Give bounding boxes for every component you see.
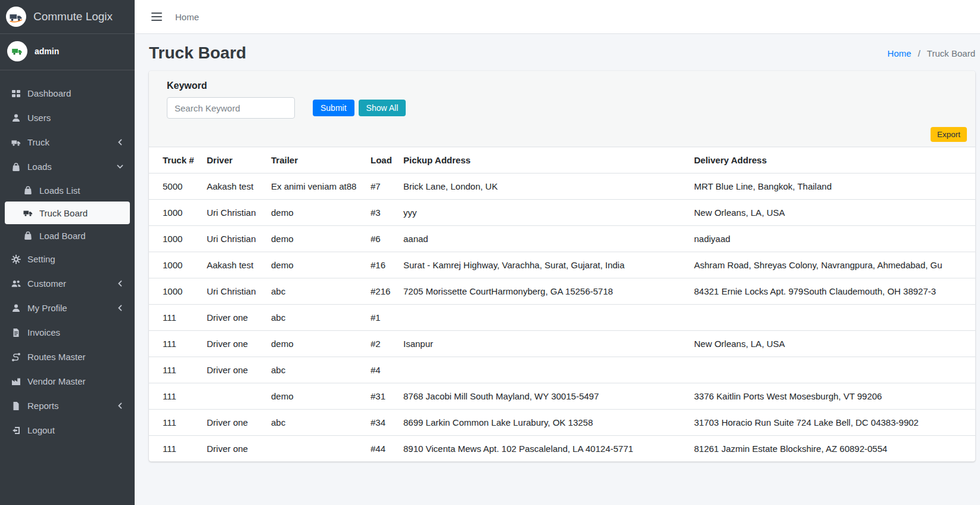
chevron-left-icon [116, 402, 124, 410]
table-header-row: Truck #DriverTrailerLoadPickup AddressDe… [149, 147, 975, 174]
sidebar-menu: DashboardUsersTruckLoadsLoads ListTruck … [0, 70, 135, 442]
submit-button[interactable]: Submit [313, 100, 354, 116]
truck-number-cell: 111 [149, 305, 200, 331]
sidebar-item-label: Setting [27, 254, 124, 264]
load-cell: #4 [363, 357, 396, 383]
truck-number-cell: 111 [149, 410, 200, 436]
trailer-cell: abc [264, 410, 363, 436]
navbar-home-link[interactable]: Home [175, 12, 199, 22]
sidebar-item-loads[interactable]: Loads [5, 154, 130, 179]
delivery-address-cell: nadiyaad [687, 226, 975, 252]
trailer-cell [264, 436, 363, 462]
show-all-button[interactable]: Show All [359, 100, 406, 116]
pickup-address-cell: Surat - Kamrej Highway, Varachha, Surat,… [396, 252, 687, 278]
pickup-address-cell: 8699 Larkin Common Lake Lurabury, OK 132… [396, 410, 687, 436]
table-row: 1000Uri Christianabc#2167205 Morissette … [149, 278, 975, 305]
search-input[interactable] [167, 97, 295, 119]
trailer-cell: Ex animi veniam at88 [264, 174, 363, 200]
sidebar-item-label: Vendor Master [27, 376, 124, 386]
truck-number-cell: 111 [149, 383, 200, 410]
truck-number-cell: 1000 [149, 278, 200, 305]
industry-icon [10, 377, 23, 386]
sidebar-item-truck-board[interactable]: Truck Board [5, 202, 130, 224]
sidebar-item-reports[interactable]: Reports [5, 394, 130, 418]
sidebar-item-truck[interactable]: Truck [5, 130, 130, 154]
sidebar-item-label: Loads List [39, 185, 124, 196]
gear-icon [10, 255, 23, 264]
load-cell: #7 [363, 174, 396, 200]
load-cell: #44 [363, 436, 396, 462]
table-row: 111Driver oneabc#1 [149, 305, 975, 331]
column-header-truck-number: Truck # [149, 147, 200, 174]
breadcrumb: Home / Truck Board [888, 48, 975, 58]
pickup-address-cell: 7205 Morissette CourtHarmonyberg, GA 152… [396, 278, 687, 305]
driver-cell: Uri Christian [200, 226, 264, 252]
column-header-trailer: Trailer [264, 147, 363, 174]
driver-cell: Driver one [200, 410, 264, 436]
sidebar-item-loads-list[interactable]: Loads List [5, 179, 130, 202]
load-cell: #34 [363, 410, 396, 436]
truck-board-card: Keyword Submit Show All Export Truck #Dr… [149, 71, 975, 461]
delivery-address-cell: New Orleans, LA, USA [687, 200, 975, 226]
pickup-address-cell [396, 305, 687, 331]
trailer-cell: abc [264, 305, 363, 331]
table-row: 1000Aakash testdemo#16Surat - Kamrej Hig… [149, 252, 975, 278]
sidebar-item-routes-master[interactable]: Routes Master [5, 345, 130, 369]
load-cell: #1 [363, 305, 396, 331]
sidebar-item-load-board[interactable]: Load Board [5, 224, 130, 247]
sidebar-item-vendor-master[interactable]: Vendor Master [5, 369, 130, 394]
trailer-cell: demo [264, 226, 363, 252]
sidebar-item-invoices[interactable]: Invoices [5, 320, 130, 345]
trailer-cell: demo [264, 200, 363, 226]
sidebar-item-dashboard[interactable]: Dashboard [5, 81, 130, 106]
delivery-address-cell: Ashram Road, Shreyas Colony, Navrangpura… [687, 252, 975, 278]
load-cell: #6 [363, 226, 396, 252]
sidebar-item-customer[interactable]: Customer [5, 271, 130, 296]
sidebar-item-setting[interactable]: Setting [5, 247, 130, 271]
driver-cell: Aakash test [200, 174, 264, 200]
sidebar-item-label: Loads [27, 162, 116, 172]
truck-icon [10, 138, 23, 147]
truck-number-cell: 1000 [149, 252, 200, 278]
driver-cell: Uri Christian [200, 200, 264, 226]
sidebar-item-label: My Profile [27, 303, 116, 313]
trailer-cell: demo [264, 252, 363, 278]
table-row: 5000Aakash testEx animi veniam at88#7Bri… [149, 174, 975, 200]
delivery-address-cell: New Orleans, LA, USA [687, 331, 975, 357]
export-button[interactable]: Export [931, 127, 967, 142]
column-header-driver: Driver [200, 147, 264, 174]
trailer-cell: demo [264, 383, 363, 410]
bag-icon [21, 185, 35, 195]
pickup-address-cell: 8768 Jacobi Mill South Mayland, WY 30015… [396, 383, 687, 410]
sidebar-item-label: Logout [27, 425, 124, 435]
table-row: 111Driver one#448910 Vicenta Mews Apt. 1… [149, 436, 975, 462]
bag-icon [21, 231, 35, 240]
sidebar-item-users[interactable]: Users [5, 106, 130, 130]
truck-number-cell: 5000 [149, 174, 200, 200]
sidebar-item-label: Dashboard [27, 88, 124, 98]
sidebar-item-label: Reports [27, 401, 116, 411]
breadcrumb-current: Truck Board [927, 48, 975, 58]
hamburger-menu-icon[interactable] [149, 10, 164, 23]
table-row: 111Driver oneabc#348699 Larkin Common La… [149, 410, 975, 436]
breadcrumb-home-link[interactable]: Home [888, 48, 911, 58]
driver-cell [200, 383, 264, 410]
sidebar-item-my-profile[interactable]: My Profile [5, 296, 130, 320]
pickup-address-cell: Isanpur [396, 331, 687, 357]
table-row: 111demo#318768 Jacobi Mill South Mayland… [149, 383, 975, 410]
table-row: 111Driver onedemo#2IsanpurNew Orleans, L… [149, 331, 975, 357]
delivery-address-cell: MRT Blue Line, Bangkok, Thailand [687, 174, 975, 200]
chevron-down-icon [116, 163, 124, 171]
delivery-address-cell [687, 357, 975, 383]
pickup-address-cell: yyy [396, 200, 687, 226]
load-cell: #3 [363, 200, 396, 226]
delivery-address-cell: 84321 Ernie Locks Apt. 979South Claudemo… [687, 278, 975, 305]
content-header: Truck Board Home / Truck Board [135, 34, 980, 71]
driver-cell: Driver one [200, 331, 264, 357]
user-avatar [7, 41, 27, 61]
trailer-cell: abc [264, 278, 363, 305]
user-panel[interactable]: admin [0, 34, 135, 70]
brand-link[interactable]: Commute Logix [0, 0, 135, 34]
sidebar-item-logout[interactable]: Logout [5, 418, 130, 442]
column-header-delivery-address: Delivery Address [687, 147, 975, 174]
